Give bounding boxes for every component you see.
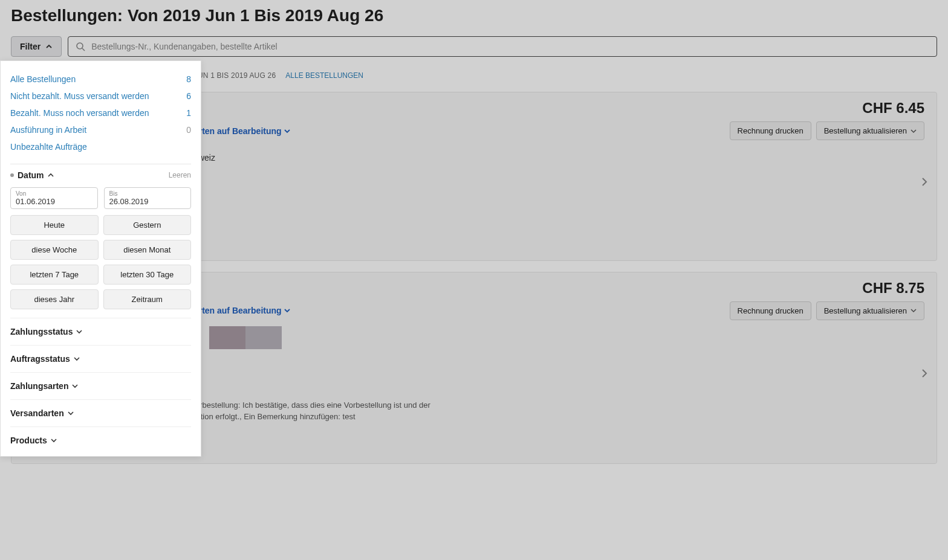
section-label: Products — [10, 436, 47, 445]
date-to-label: Bis — [109, 190, 186, 197]
chevron-down-icon — [51, 437, 57, 443]
filter-count: 8 — [186, 74, 191, 84]
section-products[interactable]: Products — [10, 426, 191, 454]
date-from-input[interactable]: Von 01.06.2019 — [10, 187, 98, 209]
filter-link-unpaid-ship[interactable]: Nicht bezahlt. Muss versandt werden — [10, 91, 149, 101]
filter-count: 0 — [186, 125, 191, 135]
section-label: Auftragsstatus — [10, 354, 70, 364]
clear-date-link[interactable]: Leeren — [169, 171, 191, 179]
quick-date-this-month[interactable]: diesen Monat — [103, 240, 192, 260]
section-order-status[interactable]: Auftragsstatus — [10, 345, 191, 372]
date-section-toggle[interactable]: Datum — [10, 170, 54, 180]
chevron-down-icon — [68, 410, 74, 416]
filter-count: 6 — [186, 91, 191, 101]
date-section-title: Datum — [18, 170, 44, 180]
section-label: Versandarten — [10, 408, 64, 418]
chevron-up-icon — [48, 172, 54, 178]
section-payment-status[interactable]: Zahlungsstatus — [10, 318, 191, 345]
section-label: Zahlungsstatus — [10, 327, 73, 336]
quick-date-yesterday[interactable]: Gestern — [103, 215, 192, 235]
active-dot-icon — [10, 173, 14, 177]
date-from-value: 01.06.2019 — [16, 197, 93, 206]
filter-link-fulfilling[interactable]: Ausführung in Arbeit — [10, 125, 86, 135]
quick-date-this-week[interactable]: diese Woche — [10, 240, 99, 260]
section-payment-methods[interactable]: Zahlungsarten — [10, 372, 191, 399]
filter-panel: Alle Bestellungen8 Nicht bezahlt. Muss v… — [0, 60, 201, 457]
chevron-down-icon — [72, 383, 78, 389]
filter-link-all-orders[interactable]: Alle Bestellungen — [10, 74, 76, 84]
chevron-down-icon — [74, 356, 80, 362]
quick-date-last-7[interactable]: letzten 7 Tage — [10, 265, 99, 285]
chevron-down-icon — [76, 329, 82, 335]
date-from-label: Von — [16, 190, 93, 197]
section-shipping-methods[interactable]: Versandarten — [10, 399, 191, 426]
section-label: Zahlungsarten — [10, 381, 68, 391]
quick-date-this-year[interactable]: dieses Jahr — [10, 289, 99, 309]
quick-date-range[interactable]: Zeitraum — [103, 289, 192, 309]
quick-date-last-30[interactable]: letzten 30 Tage — [103, 265, 192, 285]
filter-link-unpaid-orders[interactable]: Unbezahlte Aufträge — [10, 142, 87, 152]
filter-link-paid-ship[interactable]: Bezahlt. Muss noch versandt werden — [10, 108, 149, 118]
filter-count: 1 — [186, 108, 191, 118]
date-to-value: 26.08.2019 — [109, 197, 186, 206]
quick-date-today[interactable]: Heute — [10, 215, 99, 235]
date-to-input[interactable]: Bis 26.08.2019 — [104, 187, 192, 209]
